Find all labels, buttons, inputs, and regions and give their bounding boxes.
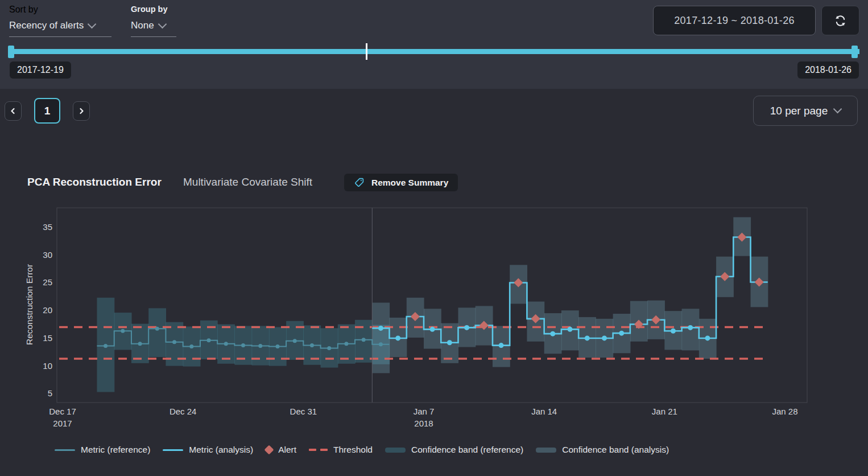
metric-point <box>671 329 676 334</box>
svg-text:30: 30 <box>43 250 52 260</box>
timeline-split-marker <box>366 43 367 60</box>
top-toolbar: Sort by Recency of alerts Group by None … <box>0 0 868 89</box>
y-axis-title: Reconstruction Error <box>24 264 34 345</box>
chevron-down-icon <box>833 105 842 114</box>
chart-title: PCA Reconstruction Error <box>27 176 162 188</box>
svg-text:Dec 31: Dec 31 <box>290 407 317 416</box>
dashboard-page: Sort by Recency of alerts Group by None … <box>0 0 868 476</box>
svg-text:2018: 2018 <box>414 418 433 428</box>
metric-point <box>362 338 366 342</box>
metric-point <box>379 342 383 346</box>
metric-point <box>568 327 573 332</box>
group-by-label: Group by <box>131 5 167 14</box>
x-axis-ticks: Dec 172017Dec 24Dec 31Jan 72018Jan 14Jan… <box>49 407 797 428</box>
legend-item-metric-analysis: Metric (analysis) <box>163 445 253 455</box>
metric-point <box>344 342 348 346</box>
confidence-band-analysis <box>372 217 768 373</box>
metric-point <box>207 338 211 342</box>
timeline-start-handle[interactable] <box>8 46 14 58</box>
remove-summary-button[interactable]: Remove Summary <box>344 174 458 191</box>
metric-point <box>258 344 262 348</box>
plot-border <box>57 208 807 403</box>
chart-subtitle: Multivariate Covariate Shift <box>183 176 312 188</box>
metric-point <box>310 343 314 347</box>
metric-point <box>378 326 383 331</box>
metric-point <box>155 327 159 331</box>
svg-text:20: 20 <box>43 305 52 315</box>
metric-point <box>688 325 693 330</box>
metric-point <box>499 343 504 348</box>
date-range-input[interactable]: 2017-12-19 ~ 2018-01-26 <box>653 6 816 35</box>
legend-item-band-analysis: Confidence band (analysis) <box>536 445 669 455</box>
chevron-left-icon <box>9 107 17 115</box>
chevron-right-icon <box>77 107 85 115</box>
metric-point <box>172 340 176 344</box>
threshold-dash-swatch <box>309 449 328 451</box>
timeline-end-label: 2018-01-26 <box>797 61 859 79</box>
metric-point <box>104 344 108 348</box>
chart-canvas: 5101520253035Reconstruction ErrorDec 172… <box>0 205 868 433</box>
refresh-button[interactable] <box>821 6 859 35</box>
legend-label: Threshold <box>333 445 373 455</box>
metric-point <box>275 344 279 348</box>
svg-text:5: 5 <box>48 388 52 398</box>
confidence-band-reference-swatch <box>385 448 406 453</box>
svg-text:35: 35 <box>43 222 52 232</box>
prev-page-button[interactable] <box>5 101 22 121</box>
next-page-button[interactable] <box>73 101 90 121</box>
svg-text:15: 15 <box>43 333 52 343</box>
svg-text:25: 25 <box>43 277 52 287</box>
legend-label: Metric (analysis) <box>189 445 253 455</box>
page-size-value: 10 per page <box>770 105 828 117</box>
metric-point <box>550 331 555 337</box>
timeline-start-label: 2017-12-19 <box>10 61 71 79</box>
metric-point <box>705 335 710 340</box>
svg-text:Dec 24: Dec 24 <box>170 407 197 416</box>
metric-point <box>464 325 469 330</box>
chart-legend: Metric (reference) Metric (analysis) Ale… <box>55 445 669 455</box>
metric-analysis-line-swatch <box>163 449 183 451</box>
svg-text:Dec 17: Dec 17 <box>49 407 76 416</box>
legend-label: Alert <box>278 445 296 455</box>
svg-text:Jan 21: Jan 21 <box>652 407 677 416</box>
svg-text:10: 10 <box>43 361 52 371</box>
metric-point <box>327 346 331 350</box>
chevron-down-icon <box>158 19 167 28</box>
metric-point <box>447 340 452 345</box>
svg-text:Jan 7: Jan 7 <box>414 407 435 416</box>
chevron-down-icon <box>88 19 97 28</box>
metric-point <box>189 344 193 348</box>
legend-item-band-reference: Confidence band (reference) <box>385 445 523 455</box>
metric-point <box>121 329 125 333</box>
legend-item-alert: Alert <box>266 445 296 455</box>
tag-icon <box>354 177 365 188</box>
remove-summary-label: Remove Summary <box>371 178 448 188</box>
metric-point <box>138 342 142 346</box>
metric-point <box>224 342 228 346</box>
legend-label: Metric (reference) <box>81 445 150 455</box>
svg-text:Jan 14: Jan 14 <box>531 407 557 416</box>
timeline-end-handle[interactable] <box>852 46 858 58</box>
page-number-button[interactable]: 1 <box>34 98 60 124</box>
metric-point <box>293 339 297 343</box>
svg-text:Jan 28: Jan 28 <box>772 407 797 416</box>
refresh-icon <box>833 14 848 28</box>
metric-chart: 5101520253035Reconstruction ErrorDec 172… <box>0 205 868 433</box>
alert-diamond-swatch <box>264 445 274 455</box>
metric-point <box>619 331 624 336</box>
legend-label: Confidence band (reference) <box>411 445 523 455</box>
metric-point <box>602 335 607 340</box>
sort-by-select[interactable]: Recency of alerts <box>9 20 111 37</box>
metric-point <box>395 335 400 340</box>
confidence-band-analysis-swatch <box>536 448 556 453</box>
page-size-select[interactable]: 10 per page <box>753 96 858 126</box>
metric-point <box>241 343 245 347</box>
legend-item-threshold: Threshold <box>309 445 373 455</box>
y-axis-ticks: 5101520253035 <box>43 222 52 398</box>
metric-reference-line-swatch <box>55 449 75 451</box>
sort-by-label: Sort by <box>9 5 38 15</box>
metric-point <box>430 327 435 332</box>
timeline-slider-track[interactable] <box>8 49 859 54</box>
group-by-select[interactable]: None <box>131 20 176 37</box>
sort-by-value: Recency of alerts <box>9 20 84 31</box>
